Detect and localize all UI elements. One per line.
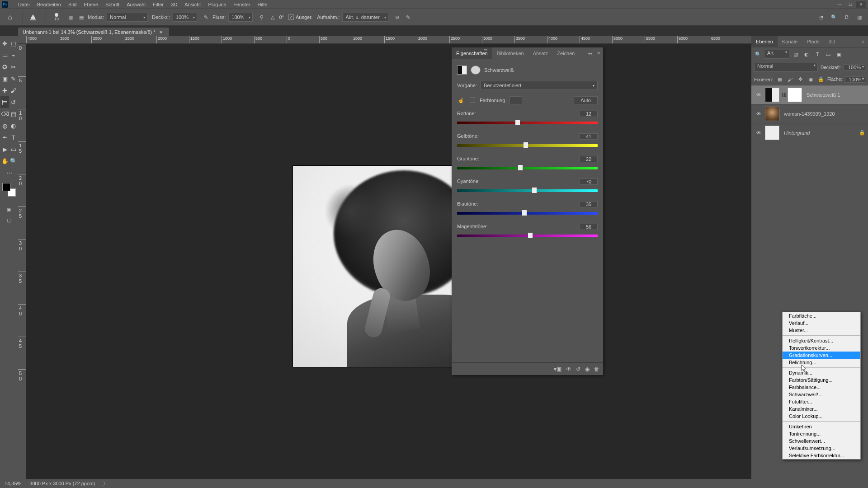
artboard-tool-icon[interactable]: ⬚ <box>9 38 18 49</box>
status-more-icon[interactable]: 〉 <box>103 480 108 487</box>
menu-hilfe[interactable]: Hilfe <box>254 1 271 8</box>
menu-filter[interactable]: Filter <box>149 1 167 8</box>
tab-absatz[interactable]: Absatz <box>528 47 553 59</box>
canvas-viewport[interactable] <box>26 44 751 479</box>
eraser-tool-icon[interactable]: ⌫ <box>0 108 9 120</box>
eyedropper-tool-icon[interactable]: ✎ <box>9 73 18 84</box>
opacity-field[interactable]: 100% <box>173 13 197 22</box>
tab-pfade[interactable]: Pfade <box>802 36 824 47</box>
menu-fenster[interactable]: Fenster <box>230 1 254 8</box>
menu-item[interactable]: Belichtung... <box>783 359 860 366</box>
slider-value[interactable]: 12 <box>580 111 598 117</box>
color-swatch[interactable] <box>2 183 16 197</box>
auto-button[interactable]: Auto <box>574 96 598 104</box>
quick-select-tool-icon[interactable]: ✪ <box>0 61 9 73</box>
quickmask-icon[interactable]: ▣ <box>0 204 18 215</box>
clip-to-layer-icon[interactable]: ▾▣ <box>554 366 561 372</box>
menu-3d[interactable]: 3D <box>167 1 181 8</box>
gradient-tool-icon[interactable]: ▤ <box>9 108 18 120</box>
blend-mode-dropdown[interactable]: Normal <box>107 13 147 22</box>
blur-tool-icon[interactable]: ◍ <box>0 120 9 131</box>
slider-value[interactable]: 56 <box>580 224 598 230</box>
doc-info[interactable]: 3000 Px x 3000 Px (72 ppcm) <box>29 481 95 486</box>
type-tool-icon[interactable]: T <box>9 131 18 143</box>
menu-bild[interactable]: Bild <box>65 1 80 8</box>
fill-field[interactable]: 100% <box>845 76 865 83</box>
slider-track[interactable] <box>457 120 598 125</box>
pressure-opacity-icon[interactable]: ✎ <box>202 13 211 22</box>
dodge-tool-icon[interactable]: ◐ <box>9 120 18 131</box>
filter-shape-icon[interactable]: ▭ <box>824 50 833 59</box>
screenmode-icon[interactable]: ▢ <box>0 215 18 225</box>
lock-image-icon[interactable]: 🖌 <box>786 75 794 84</box>
layer-row[interactable]: 👁woman-1439909_1920 <box>751 104 868 123</box>
menu-item[interactable]: Color Lookup... <box>783 413 860 420</box>
mask-thumb[interactable] <box>788 88 802 102</box>
tab-close-icon[interactable]: ✕ <box>159 30 163 35</box>
delete-adjustment-icon[interactable]: 🗑 <box>594 366 599 372</box>
shape-tool-icon[interactable]: ▭ <box>9 143 18 155</box>
brush-panel-icon[interactable]: ▤ <box>77 13 86 22</box>
layer-name[interactable]: woman-1439909_1920 <box>784 111 865 117</box>
menu-item[interactable]: Farbfläche... <box>783 312 860 319</box>
hand-tool-icon[interactable]: ✋ <box>0 155 9 167</box>
adjustment-thumb[interactable] <box>765 88 779 102</box>
tab-kanäle[interactable]: Kanäle <box>778 36 802 47</box>
zoom-readout[interactable]: 14,35% <box>5 481 21 486</box>
brush-tool-icon[interactable]: 🖌 <box>9 84 18 96</box>
ruler-origin[interactable] <box>18 36 26 44</box>
menu-item[interactable]: Selektive Farbkorrektur... <box>783 452 860 459</box>
tab-3d[interactable]: 3D <box>824 36 840 47</box>
menu-item[interactable]: Verlaufsumsetzung... <box>783 445 860 452</box>
layer-visibility-icon[interactable]: 👁 <box>754 111 763 117</box>
document-tab[interactable]: Unbenannt-1 bei 14,3% (Schwarzweiß 1, Eb… <box>18 28 169 37</box>
panel-collapse-icon[interactable]: ◂◂ <box>483 47 488 52</box>
lock-icon[interactable]: 🔒 <box>859 130 865 136</box>
angle-value[interactable]: 0° <box>279 14 284 20</box>
filter-search-icon[interactable]: 🔍 <box>754 52 762 57</box>
crop-tool-icon[interactable]: ✂ <box>9 61 18 73</box>
menu-item[interactable]: Verlauf... <box>783 319 860 327</box>
minimize-button[interactable]: — <box>835 1 844 8</box>
filter-smart-icon[interactable]: ▣ <box>835 50 844 59</box>
menu-schrift[interactable]: Schrift <box>102 1 123 8</box>
frame-tool-icon[interactable]: ▣ <box>0 73 9 84</box>
lock-all-icon[interactable]: 🔒 <box>817 75 825 84</box>
zoom-tool-icon[interactable]: 🔍 <box>9 155 18 167</box>
clone-stamp-tool-icon[interactable]: ⛿ <box>0 96 9 108</box>
workspace-icon[interactable]: ▥ <box>854 12 864 22</box>
pen-tool-icon[interactable]: ✒ <box>0 131 9 143</box>
slider-knob[interactable] <box>518 165 523 170</box>
layer-visibility-icon[interactable]: 👁 <box>754 130 763 136</box>
tab-zeichen[interactable]: Zeichen <box>552 47 579 59</box>
edit-toolbar-icon[interactable]: ⋯ <box>0 167 18 178</box>
link-icon[interactable]: ⛓ <box>781 92 786 98</box>
menu-datei[interactable]: Datei <box>14 1 33 8</box>
menu-item[interactable]: Tontrennung... <box>783 430 860 437</box>
horizontal-ruler[interactable] <box>26 36 751 44</box>
menu-item[interactable]: Helligkeit/Kontrast... <box>783 337 860 344</box>
menu-item[interactable]: Schwarzweiß... <box>783 391 860 398</box>
brush-settings-icon[interactable]: ▥ <box>66 13 75 22</box>
slider-value[interactable]: 41 <box>580 133 598 140</box>
menu-bearbeiten[interactable]: Bearbeiten <box>33 1 65 8</box>
menu-item[interactable]: Fotofilter... <box>783 398 860 405</box>
tint-color-swatch[interactable] <box>509 96 522 104</box>
slider-track[interactable] <box>457 165 598 170</box>
ignore-adjust-icon[interactable]: ⊘ <box>393 13 402 22</box>
search-icon[interactable]: 🔍 <box>829 12 839 22</box>
lasso-tool-icon[interactable]: ⌁ <box>9 49 18 61</box>
slider-knob[interactable] <box>515 120 520 125</box>
mask-icon[interactable] <box>471 66 481 75</box>
layer-visibility-icon[interactable]: 👁 <box>754 92 763 98</box>
tab-bibliotheken[interactable]: Bibliotheken <box>492 47 528 59</box>
layer-opacity-field[interactable]: 100% <box>844 64 865 70</box>
layer-name[interactable]: Schwarzweiß 1 <box>807 92 865 98</box>
filter-type-icon[interactable]: T <box>813 50 822 59</box>
targeted-adjust-icon[interactable]: ☝ <box>457 98 465 103</box>
maximize-button[interactable]: ☐ <box>845 1 855 8</box>
menu-item[interactable]: Schwellenwert... <box>783 437 860 445</box>
lock-nested-icon[interactable]: ▣ <box>807 75 815 84</box>
close-button[interactable]: ✕ <box>856 1 866 8</box>
slider-knob[interactable] <box>522 210 527 216</box>
